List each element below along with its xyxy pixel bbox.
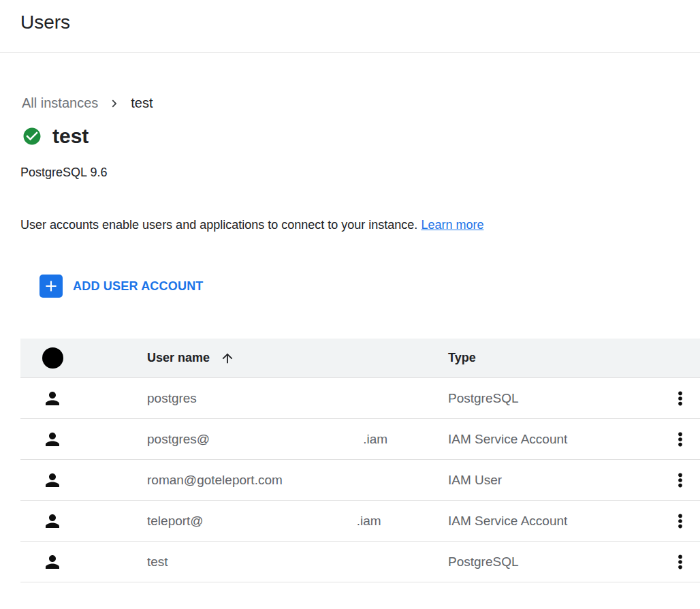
breadcrumb: All instances test xyxy=(22,95,700,111)
user-type-cell: PostgreSQL xyxy=(448,391,671,406)
filled-circle-icon xyxy=(42,347,63,369)
arrow-up-icon xyxy=(220,351,235,366)
user-type-cell: IAM Service Account xyxy=(448,514,671,529)
user-name-text: postgres xyxy=(147,391,197,406)
user-name-cell: postgres xyxy=(147,391,448,406)
user-name-text: teleport@ xyxy=(147,514,204,529)
person-icon xyxy=(20,552,147,572)
user-name-header-label: User name xyxy=(147,351,210,365)
instance-name: test xyxy=(52,125,89,148)
table-row: test PostgreSQL xyxy=(20,542,700,582)
user-name-text: roman@goteleport.com xyxy=(147,473,283,488)
add-user-account-button[interactable]: ADD USER ACCOUNT xyxy=(39,275,204,298)
users-table: User name Type postgres PostgreSQL xyxy=(20,339,700,582)
user-type-cell: PostgreSQL xyxy=(448,555,671,569)
table-row: postgres@ .iam IAM Service Account xyxy=(20,419,700,460)
learn-more-link[interactable]: Learn more xyxy=(421,218,483,232)
users-description-text: User accounts enable users and applicati… xyxy=(20,218,417,232)
plus-icon xyxy=(39,275,63,298)
users-content: All instances test test PostgreSQL 9.6 U… xyxy=(0,95,700,582)
user-name-text: postgres@ xyxy=(147,432,210,447)
column-header-user-name[interactable]: User name xyxy=(147,351,448,366)
chevron-right-icon xyxy=(108,97,121,110)
user-name-suffix: .iam xyxy=(357,514,381,529)
kebab-menu-icon[interactable] xyxy=(671,471,690,490)
user-type-cell: IAM User xyxy=(448,473,671,488)
user-name-cell: roman@goteleport.com xyxy=(147,473,448,488)
person-icon xyxy=(20,470,147,490)
user-icon-column-header xyxy=(20,347,147,369)
person-icon xyxy=(20,429,147,450)
table-row: roman@goteleport.com IAM User xyxy=(20,460,700,501)
check-circle-icon xyxy=(22,126,42,146)
kebab-menu-icon[interactable] xyxy=(671,389,690,408)
page-header: Users xyxy=(0,0,700,53)
user-name-cell: test xyxy=(147,555,448,569)
breadcrumb-all-instances[interactable]: All instances xyxy=(22,95,98,111)
type-header-label: Type xyxy=(448,351,476,365)
page-title: Users xyxy=(20,11,680,34)
users-description: User accounts enable users and applicati… xyxy=(20,218,700,232)
user-name-suffix: .iam xyxy=(363,432,387,447)
person-icon xyxy=(20,511,147,531)
user-name-cell: postgres@ .iam xyxy=(147,432,448,447)
table-row: postgres PostgreSQL xyxy=(20,378,700,419)
user-name-cell: teleport@ .iam xyxy=(147,514,448,529)
instance-version: PostgreSQL 9.6 xyxy=(20,166,700,180)
user-name-text: test xyxy=(147,555,168,569)
add-user-account-label: ADD USER ACCOUNT xyxy=(73,279,204,294)
column-header-type: Type xyxy=(448,351,671,365)
table-header-row: User name Type xyxy=(20,339,700,378)
kebab-menu-icon[interactable] xyxy=(671,430,690,449)
kebab-menu-icon[interactable] xyxy=(671,512,690,531)
person-icon xyxy=(20,388,147,409)
user-type-cell: IAM Service Account xyxy=(448,432,671,447)
kebab-menu-icon[interactable] xyxy=(671,552,690,572)
breadcrumb-current-instance: test xyxy=(131,95,153,111)
instance-heading: test xyxy=(22,125,700,148)
table-row: teleport@ .iam IAM Service Account xyxy=(20,501,700,542)
